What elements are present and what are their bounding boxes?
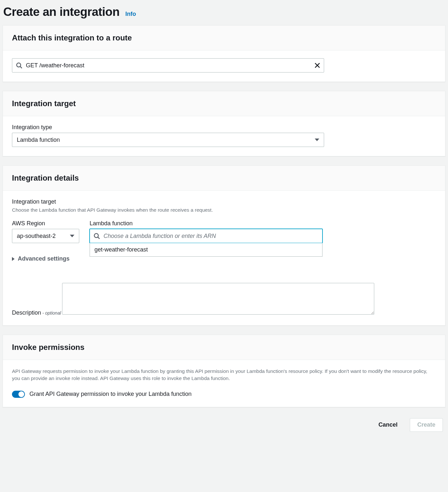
permissions-text: API Gateway requests permission to invok…	[12, 368, 436, 382]
attach-heading: Attach this integration to a route	[12, 33, 436, 42]
panel-invoke-permissions: Invoke permissions API Gateway requests …	[3, 335, 445, 407]
permissions-heading: Invoke permissions	[12, 343, 436, 352]
region-value: ap-southeast-2	[17, 233, 56, 240]
create-button[interactable]: Create	[410, 418, 443, 432]
description-label: Description	[12, 309, 41, 316]
integration-type-label: Integration type	[12, 124, 436, 131]
panel-attach-route: Attach this integration to a route	[3, 25, 445, 82]
panel-integration-details: Integration details Integration target C…	[3, 165, 445, 326]
lambda-label: Lambda function	[90, 220, 322, 227]
grant-permission-toggle[interactable]	[12, 391, 25, 398]
route-search-wrap	[12, 58, 324, 73]
footer-actions: Cancel Create	[3, 416, 445, 432]
cancel-button[interactable]: Cancel	[371, 418, 405, 432]
advanced-settings-label: Advanced settings	[18, 255, 70, 262]
panel-integration-target: Integration target Integration type Lamb…	[3, 91, 445, 156]
region-label: AWS Region	[12, 220, 79, 227]
route-input[interactable]	[12, 58, 324, 73]
integration-type-value: Lambda function	[17, 137, 60, 143]
integration-type-select[interactable]: Lambda function	[12, 133, 324, 147]
details-target-label: Integration target	[12, 198, 436, 205]
lambda-dropdown: get-weather-forecast	[90, 243, 322, 257]
chevron-down-icon	[70, 235, 74, 237]
region-select[interactable]: ap-southeast-2	[12, 229, 79, 243]
details-target-hint: Choose the Lambda function that API Gate…	[12, 207, 436, 213]
grant-permission-label: Grant API Gateway permission to invoke y…	[29, 391, 191, 397]
details-heading: Integration details	[12, 173, 436, 183]
page-title: Create an integration	[3, 5, 120, 19]
lambda-option[interactable]: get-weather-forecast	[90, 243, 322, 256]
description-optional: - optional	[41, 310, 61, 316]
lambda-function-input[interactable]	[90, 229, 322, 243]
target-heading: Integration target	[12, 99, 436, 108]
info-link[interactable]: Info	[126, 11, 136, 17]
chevron-down-icon	[315, 139, 319, 141]
description-textarea[interactable]	[62, 283, 374, 315]
chevron-right-icon	[12, 257, 15, 261]
